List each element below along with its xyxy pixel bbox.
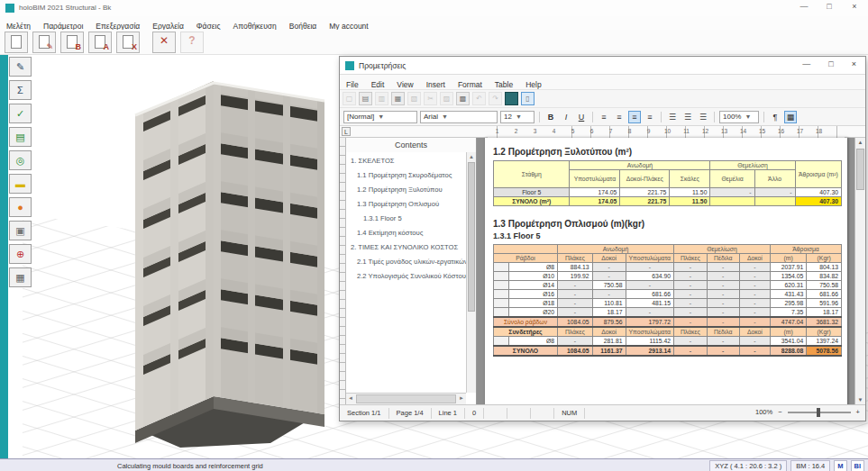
- status-badge-bi[interactable]: BI: [851, 460, 865, 471]
- doc-minimize-button[interactable]: —: [802, 59, 810, 68]
- contents-item[interactable]: 1.1 Προμέτρηση Σκυροδέματος: [346, 168, 466, 183]
- align-center-icon[interactable]: ≡: [628, 111, 641, 123]
- doc-menu-item-view[interactable]: View: [390, 78, 419, 89]
- table-cell: -: [626, 281, 673, 290]
- doc-maximize-button[interactable]: □: [828, 59, 833, 68]
- doc-menu-item-format[interactable]: Format: [452, 78, 489, 89]
- align-justify-icon[interactable]: ≡: [644, 111, 656, 123]
- table-cell: -: [557, 299, 592, 308]
- window-tool[interactable]: ▣: [9, 221, 32, 240]
- minimize-button[interactable]: —: [798, 2, 810, 11]
- tab-stop-selector[interactable]: L: [342, 127, 351, 136]
- status-badge-m[interactable]: M: [834, 460, 846, 471]
- paste-icon[interactable]: ▩: [456, 92, 470, 105]
- edit-document-button[interactable]: ✎: [32, 32, 56, 53]
- outline-list-icon[interactable]: ☰: [697, 111, 709, 123]
- ruler-number: 11: [677, 128, 696, 134]
- zoom-slider-knob[interactable]: [817, 408, 820, 417]
- contents-horizontal-scrollbar[interactable]: ◄ ►: [346, 393, 466, 404]
- table-row: Ø16--681.66---431.43681.66: [494, 290, 842, 299]
- document-x-button[interactable]: X: [116, 32, 140, 53]
- document-a-button[interactable]: A: [88, 32, 112, 53]
- underline-button[interactable]: U: [575, 111, 588, 123]
- bold-button[interactable]: B: [544, 111, 557, 123]
- layers-tool[interactable]: ▤: [9, 127, 32, 147]
- close-button[interactable]: ×: [848, 2, 861, 11]
- annotate-tool[interactable]: ✎: [9, 57, 32, 77]
- ruler-number: 18: [809, 128, 828, 134]
- doc-menu-item-insert[interactable]: Insert: [420, 78, 452, 89]
- ruler-number: 1: [488, 128, 507, 134]
- scroll-up-icon[interactable]: ▲: [467, 152, 476, 161]
- table-tool-icon[interactable]: ▦: [784, 111, 797, 123]
- close-study-button[interactable]: ✕: [152, 32, 176, 53]
- contents-item[interactable]: 1.3 Προμέτρηση Οπλισμού: [346, 197, 466, 212]
- contents-item[interactable]: 2. ΤΙΜΕΣ ΚΑΙ ΣΥΝΟΛΙΚΟ ΚΟΣΤΟΣ: [346, 240, 466, 255]
- numbered-list-icon[interactable]: ☰: [681, 111, 694, 123]
- document-page[interactable]: 1.2 Προμέτρηση Ξυλοτύπου (m²) ΣτάθμηΑνωδ…: [485, 138, 847, 408]
- bullet-list-icon[interactable]: ☰: [666, 111, 679, 123]
- gears-tool-icon: ◎: [16, 155, 25, 166]
- gears-tool[interactable]: ◎: [9, 150, 32, 170]
- zoom-out-button[interactable]: −: [778, 408, 781, 416]
- scroll-down-icon[interactable]: ▼: [855, 397, 865, 403]
- open-icon[interactable]: ▤: [359, 92, 372, 105]
- window-tool-icon: ▣: [15, 225, 24, 236]
- italic-button[interactable]: I: [560, 111, 572, 123]
- align-right-icon[interactable]: ≡: [613, 111, 626, 123]
- zoom-slider[interactable]: [788, 412, 851, 413]
- cut-icon: ✂: [424, 92, 437, 105]
- globe-tool[interactable]: ⊕: [9, 244, 32, 264]
- contents-item[interactable]: 1.3.1 Floor 5: [346, 212, 466, 226]
- font-select[interactable]: Arial▼: [420, 111, 498, 123]
- doc-menu-item-edit[interactable]: Edit: [365, 78, 391, 89]
- pilcrow-button[interactable]: ¶: [769, 111, 781, 123]
- check-tool[interactable]: ✓: [9, 104, 32, 123]
- contents-item[interactable]: 1.4 Εκτίμηση κόστους: [346, 226, 466, 240]
- sphere-tool-icon: ●: [17, 202, 23, 213]
- scrollbar-thumb[interactable]: [468, 162, 475, 312]
- bar-diameter-label: Ø14: [509, 281, 558, 290]
- print-icon[interactable]: ▦: [391, 92, 405, 105]
- zoom-in-button[interactable]: +: [856, 408, 860, 416]
- doc-menu-item-help[interactable]: Help: [519, 78, 547, 89]
- page-vertical-scrollbar[interactable]: ▲ ▼: [854, 138, 865, 404]
- contents-item[interactable]: 2.2 Υπολογισμός Συνολικού Κόστους: [346, 269, 466, 284]
- table-cell: 2913.14: [626, 346, 673, 356]
- scrollbar-thumb[interactable]: [856, 149, 864, 190]
- building-right-face: [214, 83, 324, 414]
- table-cell: -: [739, 299, 770, 308]
- document-b-button[interactable]: B: [60, 32, 84, 53]
- table-cell: [494, 308, 509, 318]
- doc-menu-item-file[interactable]: File: [340, 78, 365, 89]
- doc-close-button[interactable]: ×: [852, 59, 856, 68]
- export-book-icon[interactable]: [505, 92, 518, 105]
- grid-tool[interactable]: ▦: [9, 267, 32, 287]
- page-layout-icon[interactable]: ▯: [521, 92, 535, 105]
- beam-node-tool[interactable]: ▬: [9, 174, 32, 194]
- contents-item[interactable]: 2.1 Τιμές μονάδος υλικών-εργατικών: [346, 255, 466, 269]
- table-edit-tool[interactable]: Σ: [9, 80, 32, 100]
- font-size-select[interactable]: 12▼: [500, 111, 535, 123]
- table-cell: -: [707, 299, 739, 308]
- scroll-left-icon[interactable]: ◄: [348, 395, 353, 401]
- maximize-button[interactable]: □: [823, 2, 836, 11]
- scrollbar-thumb[interactable]: [356, 394, 456, 403]
- doc-titlebar[interactable]: Προμετρήσεις — □ ×: [340, 57, 865, 75]
- doc-menu-item-table[interactable]: Table: [489, 78, 519, 89]
- contents-vertical-scrollbar[interactable]: ▲: [466, 152, 476, 393]
- table-cell: [494, 272, 509, 281]
- align-left-icon[interactable]: ≡: [598, 111, 610, 123]
- contents-item[interactable]: 1. ΣΚΕΛΕΤΟΣ: [346, 154, 466, 168]
- scroll-right-icon[interactable]: ►: [459, 395, 464, 401]
- contents-item[interactable]: 1.2 Προμέτρηση Ξυλοτύπου: [346, 183, 466, 197]
- new-document-button[interactable]: [5, 32, 28, 53]
- table-cell: -: [739, 308, 770, 318]
- scroll-up-icon[interactable]: ▲: [855, 140, 865, 145]
- zoom-select[interactable]: 100%▼: [719, 111, 759, 123]
- column-header: Άθροισμα (m²): [795, 161, 841, 188]
- sphere-tool[interactable]: ●: [9, 197, 32, 217]
- ruler-number: 14: [734, 128, 753, 134]
- style-select[interactable]: [Normal]▼: [343, 111, 417, 123]
- chevron-down-icon: ▼: [745, 113, 751, 120]
